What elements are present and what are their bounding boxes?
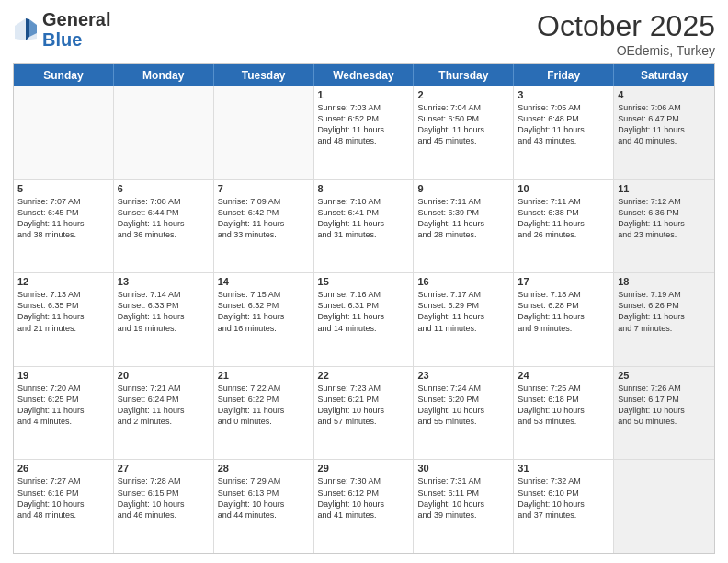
weekday-header: Friday xyxy=(514,64,614,86)
day-number: 12 xyxy=(17,276,109,287)
calendar-cell: 21Sunrise: 7:22 AM Sunset: 6:22 PM Dayli… xyxy=(214,367,314,460)
day-number: 4 xyxy=(618,89,711,100)
cell-daylight-info: Sunrise: 7:31 AM Sunset: 6:11 PM Dayligh… xyxy=(417,476,509,521)
weekday-header: Wednesday xyxy=(314,64,415,86)
cell-daylight-info: Sunrise: 7:05 AM Sunset: 6:48 PM Dayligh… xyxy=(518,102,609,147)
calendar-cell xyxy=(114,86,214,179)
calendar-cell: 30Sunrise: 7:31 AM Sunset: 6:11 PM Dayli… xyxy=(414,460,514,553)
calendar-cell xyxy=(14,86,114,179)
calendar-cell xyxy=(614,460,714,553)
cell-daylight-info: Sunrise: 7:18 AM Sunset: 6:28 PM Dayligh… xyxy=(518,289,609,334)
calendar-cell: 28Sunrise: 7:29 AM Sunset: 6:13 PM Dayli… xyxy=(214,460,314,553)
calendar-cell: 12Sunrise: 7:13 AM Sunset: 6:35 PM Dayli… xyxy=(14,273,114,366)
day-number: 21 xyxy=(218,370,310,381)
calendar-body: 1Sunrise: 7:03 AM Sunset: 6:52 PM Daylig… xyxy=(14,86,714,553)
weekday-header: Saturday xyxy=(614,64,714,86)
day-number: 8 xyxy=(318,183,410,194)
month-title: October 2025 xyxy=(537,9,715,43)
calendar-cell: 20Sunrise: 7:21 AM Sunset: 6:24 PM Dayli… xyxy=(114,367,214,460)
day-number: 13 xyxy=(118,276,210,287)
day-number: 5 xyxy=(17,183,109,194)
cell-daylight-info: Sunrise: 7:22 AM Sunset: 6:22 PM Dayligh… xyxy=(218,383,310,428)
day-number: 17 xyxy=(518,276,609,287)
cell-daylight-info: Sunrise: 7:12 AM Sunset: 6:36 PM Dayligh… xyxy=(618,196,711,241)
calendar-cell: 27Sunrise: 7:28 AM Sunset: 6:15 PM Dayli… xyxy=(114,460,214,553)
location-subtitle: OEdemis, Turkey xyxy=(537,43,715,58)
day-number: 19 xyxy=(17,370,109,381)
calendar-cell: 13Sunrise: 7:14 AM Sunset: 6:33 PM Dayli… xyxy=(114,273,214,366)
cell-daylight-info: Sunrise: 7:14 AM Sunset: 6:33 PM Dayligh… xyxy=(118,289,210,334)
day-number: 7 xyxy=(218,183,310,194)
cell-daylight-info: Sunrise: 7:04 AM Sunset: 6:50 PM Dayligh… xyxy=(417,102,509,147)
calendar-cell: 2Sunrise: 7:04 AM Sunset: 6:50 PM Daylig… xyxy=(414,86,514,179)
calendar-cell: 6Sunrise: 7:08 AM Sunset: 6:44 PM Daylig… xyxy=(114,180,214,273)
cell-daylight-info: Sunrise: 7:11 AM Sunset: 6:38 PM Dayligh… xyxy=(518,196,609,241)
cell-daylight-info: Sunrise: 7:09 AM Sunset: 6:42 PM Dayligh… xyxy=(218,196,310,241)
calendar-cell: 3Sunrise: 7:05 AM Sunset: 6:48 PM Daylig… xyxy=(514,86,614,179)
cell-daylight-info: Sunrise: 7:10 AM Sunset: 6:41 PM Dayligh… xyxy=(318,196,410,241)
cell-daylight-info: Sunrise: 7:30 AM Sunset: 6:12 PM Dayligh… xyxy=(318,476,410,521)
calendar-cell: 18Sunrise: 7:19 AM Sunset: 6:26 PM Dayli… xyxy=(614,273,714,366)
calendar-cell: 9Sunrise: 7:11 AM Sunset: 6:39 PM Daylig… xyxy=(414,180,514,273)
calendar-cell: 31Sunrise: 7:32 AM Sunset: 6:10 PM Dayli… xyxy=(514,460,614,553)
cell-daylight-info: Sunrise: 7:23 AM Sunset: 6:21 PM Dayligh… xyxy=(318,383,410,428)
logo: General Blue xyxy=(13,9,110,50)
day-number: 23 xyxy=(417,370,509,381)
calendar-cell: 19Sunrise: 7:20 AM Sunset: 6:25 PM Dayli… xyxy=(14,367,114,460)
cell-daylight-info: Sunrise: 7:24 AM Sunset: 6:20 PM Dayligh… xyxy=(417,383,509,428)
cell-daylight-info: Sunrise: 7:27 AM Sunset: 6:16 PM Dayligh… xyxy=(17,476,109,521)
cell-daylight-info: Sunrise: 7:16 AM Sunset: 6:31 PM Dayligh… xyxy=(318,289,410,334)
day-number: 1 xyxy=(318,89,410,100)
cell-daylight-info: Sunrise: 7:03 AM Sunset: 6:52 PM Dayligh… xyxy=(318,102,410,147)
logo-text: General Blue xyxy=(42,9,110,50)
calendar-cell: 23Sunrise: 7:24 AM Sunset: 6:20 PM Dayli… xyxy=(414,367,514,460)
header: General Blue October 2025 OEdemis, Turke… xyxy=(13,9,715,58)
day-number: 24 xyxy=(518,370,609,381)
day-number: 2 xyxy=(417,89,509,100)
day-number: 26 xyxy=(17,463,109,474)
cell-daylight-info: Sunrise: 7:07 AM Sunset: 6:45 PM Dayligh… xyxy=(17,196,109,241)
calendar-cell: 29Sunrise: 7:30 AM Sunset: 6:12 PM Dayli… xyxy=(314,460,415,553)
calendar-cell: 22Sunrise: 7:23 AM Sunset: 6:21 PM Dayli… xyxy=(314,367,415,460)
day-number: 30 xyxy=(417,463,509,474)
cell-daylight-info: Sunrise: 7:20 AM Sunset: 6:25 PM Dayligh… xyxy=(17,383,109,428)
logo-general: General xyxy=(42,9,110,29)
calendar-cell: 24Sunrise: 7:25 AM Sunset: 6:18 PM Dayli… xyxy=(514,367,614,460)
calendar-cell: 1Sunrise: 7:03 AM Sunset: 6:52 PM Daylig… xyxy=(314,86,415,179)
day-number: 9 xyxy=(417,183,509,194)
calendar: SundayMondayTuesdayWednesdayThursdayFrid… xyxy=(13,63,715,554)
day-number: 27 xyxy=(118,463,210,474)
cell-daylight-info: Sunrise: 7:29 AM Sunset: 6:13 PM Dayligh… xyxy=(218,476,310,521)
day-number: 11 xyxy=(618,183,711,194)
calendar-cell: 7Sunrise: 7:09 AM Sunset: 6:42 PM Daylig… xyxy=(214,180,314,273)
day-number: 14 xyxy=(218,276,310,287)
day-number: 10 xyxy=(518,183,609,194)
cell-daylight-info: Sunrise: 7:08 AM Sunset: 6:44 PM Dayligh… xyxy=(118,196,210,241)
calendar-row: 19Sunrise: 7:20 AM Sunset: 6:25 PM Dayli… xyxy=(14,367,714,461)
calendar-cell: 4Sunrise: 7:06 AM Sunset: 6:47 PM Daylig… xyxy=(614,86,714,179)
day-number: 15 xyxy=(318,276,410,287)
calendar-cell: 10Sunrise: 7:11 AM Sunset: 6:38 PM Dayli… xyxy=(514,180,614,273)
cell-daylight-info: Sunrise: 7:15 AM Sunset: 6:32 PM Dayligh… xyxy=(218,289,310,334)
cell-daylight-info: Sunrise: 7:06 AM Sunset: 6:47 PM Dayligh… xyxy=(618,102,711,147)
day-number: 3 xyxy=(518,89,609,100)
cell-daylight-info: Sunrise: 7:28 AM Sunset: 6:15 PM Dayligh… xyxy=(118,476,210,521)
calendar-cell xyxy=(214,86,314,179)
day-number: 31 xyxy=(518,463,609,474)
calendar-cell: 8Sunrise: 7:10 AM Sunset: 6:41 PM Daylig… xyxy=(314,180,415,273)
day-number: 6 xyxy=(118,183,210,194)
calendar-cell: 14Sunrise: 7:15 AM Sunset: 6:32 PM Dayli… xyxy=(214,273,314,366)
svg-marker-2 xyxy=(26,18,29,40)
cell-daylight-info: Sunrise: 7:11 AM Sunset: 6:39 PM Dayligh… xyxy=(417,196,509,241)
cell-daylight-info: Sunrise: 7:32 AM Sunset: 6:10 PM Dayligh… xyxy=(518,476,609,521)
calendar-cell: 17Sunrise: 7:18 AM Sunset: 6:28 PM Dayli… xyxy=(514,273,614,366)
day-number: 29 xyxy=(318,463,410,474)
day-number: 20 xyxy=(118,370,210,381)
day-number: 28 xyxy=(218,463,310,474)
cell-daylight-info: Sunrise: 7:13 AM Sunset: 6:35 PM Dayligh… xyxy=(17,289,109,334)
calendar-cell: 25Sunrise: 7:26 AM Sunset: 6:17 PM Dayli… xyxy=(614,367,714,460)
logo-icon xyxy=(13,17,39,42)
calendar-cell: 11Sunrise: 7:12 AM Sunset: 6:36 PM Dayli… xyxy=(614,180,714,273)
calendar-row: 12Sunrise: 7:13 AM Sunset: 6:35 PM Dayli… xyxy=(14,273,714,367)
logo-blue: Blue xyxy=(42,29,82,50)
